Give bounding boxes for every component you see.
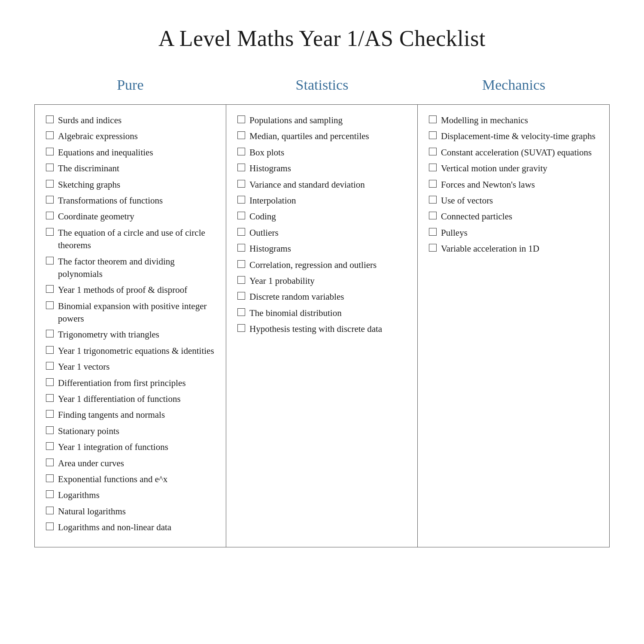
item-label: Interpolation <box>249 194 406 207</box>
checkbox-icon[interactable] <box>46 164 54 171</box>
checkbox-icon[interactable] <box>429 115 437 123</box>
item-label: Year 1 methods of proof & disproof <box>58 284 215 296</box>
checkbox-icon[interactable] <box>46 131 54 139</box>
checkbox-icon[interactable] <box>429 180 437 188</box>
checkbox-icon[interactable] <box>46 301 54 309</box>
list-item: Equations and inequalities <box>46 146 215 159</box>
checkbox-icon[interactable] <box>429 131 437 139</box>
item-label: Variance and standard deviation <box>249 179 406 191</box>
list-item: Variable acceleration in 1D <box>429 243 598 255</box>
checkbox-icon[interactable] <box>237 324 245 332</box>
list-item: Coordinate geometry <box>46 210 215 223</box>
checkbox-icon[interactable] <box>429 164 437 171</box>
item-label: Coding <box>249 210 406 223</box>
checkbox-icon[interactable] <box>429 228 437 236</box>
item-label: Logarithms <box>58 489 215 501</box>
checkbox-icon[interactable] <box>237 131 245 139</box>
checkbox-icon[interactable] <box>237 276 245 284</box>
item-label: Pulleys <box>441 227 598 239</box>
list-item: Variance and standard deviation <box>237 179 406 191</box>
checkbox-icon[interactable] <box>46 285 54 293</box>
list-item: Differentiation from first principles <box>46 377 215 389</box>
checkbox-icon[interactable] <box>237 180 245 188</box>
item-label: The factor theorem and dividing polynomi… <box>58 255 215 281</box>
item-label: Vertical motion under gravity <box>441 162 598 175</box>
item-label: The discriminant <box>58 162 215 175</box>
checkbox-icon[interactable] <box>429 148 437 155</box>
checkbox-icon[interactable] <box>429 244 437 252</box>
checkbox-icon[interactable] <box>46 115 54 123</box>
item-label: Finding tangents and normals <box>58 409 215 421</box>
checkbox-icon[interactable] <box>46 426 54 434</box>
checkbox-icon[interactable] <box>237 308 245 316</box>
list-item: Displacement-time & velocity-time graphs <box>429 130 598 143</box>
checkbox-icon[interactable] <box>237 148 245 155</box>
list-item: Interpolation <box>237 194 406 207</box>
checklist-grid: Surds and indices Algebraic expressions … <box>34 104 610 547</box>
checkbox-icon[interactable] <box>46 196 54 204</box>
checkbox-icon[interactable] <box>46 228 54 236</box>
item-label: Area under curves <box>58 457 215 470</box>
checkbox-icon[interactable] <box>237 164 245 171</box>
list-item: Box plots <box>237 146 406 159</box>
item-label: Logarithms and non-linear data <box>58 521 215 534</box>
item-label: Year 1 probability <box>249 275 406 287</box>
checkbox-icon[interactable] <box>46 442 54 450</box>
checkbox-icon[interactable] <box>46 459 54 466</box>
item-label: The equation of a circle and use of circ… <box>58 227 215 252</box>
checkbox-icon[interactable] <box>46 346 54 354</box>
checkbox-icon[interactable] <box>46 507 54 514</box>
checkbox-icon[interactable] <box>46 330 54 337</box>
checkbox-icon[interactable] <box>429 196 437 204</box>
list-item: The discriminant <box>46 162 215 175</box>
list-item: Correlation, regression and outliers <box>237 259 406 271</box>
checkbox-icon[interactable] <box>237 244 245 252</box>
checkbox-icon[interactable] <box>46 362 54 370</box>
item-label: Year 1 vectors <box>58 361 215 373</box>
checkbox-icon[interactable] <box>429 212 437 219</box>
checkbox-icon[interactable] <box>237 228 245 236</box>
item-label: Surds and indices <box>58 114 215 127</box>
item-label: Natural logarithms <box>58 505 215 518</box>
item-label: The binomial distribution <box>249 307 406 319</box>
mechanics-header: Mechanics <box>418 77 610 100</box>
checkbox-icon[interactable] <box>46 490 54 498</box>
item-label: Box plots <box>249 146 406 159</box>
item-label: Trigonometry with triangles <box>58 328 215 341</box>
item-label: Year 1 trigonometric equations & identit… <box>58 345 215 357</box>
checkbox-icon[interactable] <box>237 196 245 204</box>
checkbox-icon[interactable] <box>46 378 54 386</box>
mechanics-column: Modelling in mechanics Displacement-time… <box>418 105 609 547</box>
item-label: Forces and Newton's laws <box>441 179 598 191</box>
checkbox-icon[interactable] <box>237 212 245 219</box>
page-title: A Level Maths Year 1/AS Checklist <box>34 26 610 51</box>
checkbox-icon[interactable] <box>46 180 54 188</box>
item-label: Differentiation from first principles <box>58 377 215 389</box>
item-label: Displacement-time & velocity-time graphs <box>441 130 598 143</box>
item-label: Exponential functions and e^x <box>58 473 215 486</box>
item-label: Transformations of functions <box>58 194 215 207</box>
checkbox-icon[interactable] <box>237 115 245 123</box>
column-headers: Pure Statistics Mechanics <box>34 77 610 100</box>
list-item: Hypothesis testing with discrete data <box>237 323 406 335</box>
list-item: Populations and sampling <box>237 114 406 127</box>
list-item: Exponential functions and e^x <box>46 473 215 486</box>
list-item: Stationary points <box>46 425 215 437</box>
item-label: Coordinate geometry <box>58 210 215 223</box>
checkbox-icon[interactable] <box>46 148 54 155</box>
checkbox-icon[interactable] <box>237 292 245 300</box>
list-item: Year 1 methods of proof & disproof <box>46 284 215 296</box>
list-item: Surds and indices <box>46 114 215 127</box>
list-item: Modelling in mechanics <box>429 114 598 127</box>
list-item: Connected particles <box>429 210 598 223</box>
list-item: The equation of a circle and use of circ… <box>46 227 215 252</box>
checkbox-icon[interactable] <box>46 257 54 264</box>
checkbox-icon[interactable] <box>46 394 54 402</box>
checkbox-icon[interactable] <box>46 410 54 418</box>
list-item: Histograms <box>237 243 406 255</box>
checkbox-icon[interactable] <box>46 474 54 482</box>
item-label: Year 1 differentiation of functions <box>58 393 215 405</box>
checkbox-icon[interactable] <box>237 260 245 268</box>
checkbox-icon[interactable] <box>46 522 54 530</box>
checkbox-icon[interactable] <box>46 212 54 219</box>
